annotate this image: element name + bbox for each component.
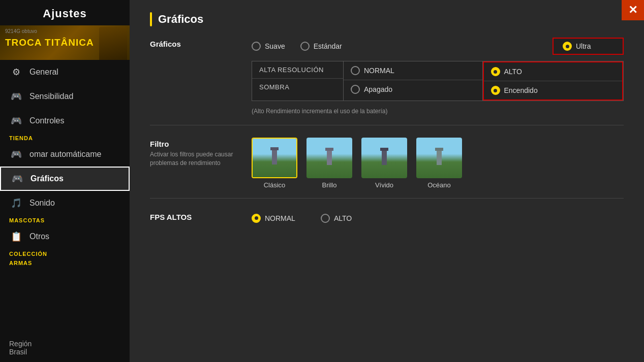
sidebar-item-general[interactable]: ⚙ General (0, 60, 130, 84)
controles-icon: 🎮 (9, 114, 23, 128)
filter-thumb-clasico (252, 138, 297, 178)
filter-item-clasico[interactable]: Clásico (252, 138, 297, 189)
fps-label: FPS ALTOS (150, 213, 252, 221)
fps-normal-option[interactable]: NORMAL (252, 214, 295, 223)
fps-alto-option[interactable]: ALTO (321, 214, 352, 223)
radio-circle-encendido[interactable] (491, 86, 500, 95)
tienda-section-label: TIENDA (0, 133, 130, 142)
sidebar-item-label: Controles (29, 116, 64, 125)
radio-ultra[interactable]: Ultra (563, 42, 614, 51)
graphics-quality-row: Gráficos Suave Estándar (150, 38, 624, 125)
sidebar-item-label: Otros (29, 232, 49, 241)
radio-label-ultra: Ultra (576, 42, 591, 50)
radio-label-alto: ALTO (504, 68, 522, 76)
fps-row: FPS ALTOS NORMAL ALTO (150, 211, 624, 232)
filter-label-brillo: Brillo (322, 181, 337, 189)
close-button[interactable]: ✕ (622, 0, 644, 20)
radio-circle-fps-normal (252, 214, 261, 223)
radio-label-fps-normal: NORMAL (265, 214, 295, 222)
tomar-icon: 🎮 (9, 147, 23, 161)
section-header: Gráficos (150, 12, 624, 26)
app-title: Ajustes (0, 0, 130, 25)
filter-item-oceano[interactable]: Océano (416, 138, 462, 189)
filter-options: Clásico Brillo (252, 138, 624, 189)
region-value: Brasil (9, 348, 32, 356)
radio-circle-suave (252, 42, 261, 51)
filter-label-oceano: Océano (427, 181, 451, 189)
sidebar-item-sonido[interactable]: 🎵 Sonido (0, 191, 130, 215)
encendido-option-row: Encendido (484, 81, 623, 100)
filter-sublabel: Activar los filtros puede causar problem… (150, 150, 252, 168)
radio-circle-fps-alto (321, 214, 330, 223)
section-title: Gráficos (158, 13, 203, 26)
filter-row: Filtro Activar los filtros puede causar … (150, 138, 624, 199)
radio-circle-normal[interactable] (351, 66, 360, 75)
sidebar-item-sensibilidad[interactable]: 🎮 Sensibilidad (0, 84, 130, 109)
graphics-label: Gráficos (150, 40, 252, 48)
radio-suave[interactable]: Suave (252, 42, 285, 51)
radio-label-apagado: Apagado (364, 85, 392, 93)
sidebar-item-tomar[interactable]: 🎮 omar automáticame (0, 142, 130, 167)
graphics-options: Suave Estándar Ultra (252, 38, 624, 116)
coleccion-section-label: COLECCIÓN (0, 249, 130, 258)
fps-radio-row: NORMAL ALTO (252, 211, 624, 223)
main-content: ✕ Gráficos Gráficos Suave Estándar (130, 0, 644, 362)
filter-bg-clasico (253, 139, 296, 177)
graficos-icon: 🎮 (10, 172, 24, 186)
otros-icon: 📋 (9, 229, 23, 244)
sombra-label: SOMBRA (252, 79, 343, 95)
filter-label: Filtro (150, 140, 252, 148)
sidebar-item-label: omar automáticame (29, 150, 101, 159)
section-bar (150, 12, 152, 26)
radio-label-estandar: Estándar (314, 42, 342, 50)
filter-item-brillo[interactable]: Brillo (306, 138, 352, 189)
banner-text: TROCA TITÂNICA (5, 38, 94, 48)
close-icon: ✕ (628, 4, 637, 17)
apagado-option-row: Apagado (344, 80, 482, 98)
radio-label-suave: Suave (265, 42, 285, 50)
filter-bg-vivido (361, 138, 407, 178)
radio-label-normal: NORMAL (364, 67, 394, 75)
radio-estandar[interactable]: Estándar (300, 42, 342, 51)
filter-bg-brillo (306, 138, 352, 178)
fps-options: NORMAL ALTO (252, 211, 624, 223)
filter-thumb-brillo (306, 138, 352, 178)
radio-circle-apagado[interactable] (351, 85, 360, 94)
sidebar-banner: 9214G obtuvo TROCA TITÂNICA (0, 25, 130, 60)
sidebar-item-otros[interactable]: 📋 Otros (0, 224, 130, 249)
alto-option-row: ALTO (484, 62, 623, 81)
filter-label-clasico: Clásico (264, 181, 286, 189)
alta-resolucion-label: ALTA RESOLUCIÓN (252, 61, 343, 79)
radio-circle-alto[interactable] (491, 67, 500, 76)
region-label: Región (9, 340, 32, 348)
sidebar-item-graficos[interactable]: 🎮 Gráficos (0, 167, 130, 191)
filter-item-vivido[interactable]: Vívido (361, 138, 407, 189)
banner-sub: 9214G obtuvo (5, 28, 37, 34)
radio-label-fps-alto: ALTO (334, 214, 352, 222)
banner-figure (99, 27, 127, 60)
filter-label-vivido: Vívido (375, 181, 393, 189)
sidebar-item-label: Sensibilidad (29, 92, 73, 101)
filter-thumb-oceano (416, 138, 462, 178)
armas-section-label: ARMAS (0, 258, 130, 267)
graphics-label-col: Gráficos (150, 38, 252, 48)
sidebar-item-label: General (29, 68, 58, 77)
sidebar-item-label: Gráficos (30, 174, 64, 183)
fps-label-col: FPS ALTOS (150, 211, 252, 221)
sidebar-item-label: Sonido (29, 199, 55, 208)
filter-label-col: Filtro Activar los filtros puede causar … (150, 138, 252, 168)
sensibilidad-icon: 🎮 (9, 89, 23, 104)
sidebar-item-controles[interactable]: 🎮 Controles (0, 109, 130, 133)
radio-circle-estandar (300, 42, 310, 51)
sidebar-footer: Región Brasil (9, 340, 32, 356)
normal-option-row: NORMAL (344, 61, 482, 80)
sidebar: Ajustes 9214G obtuvo TROCA TITÂNICA ⚙ Ge… (0, 0, 130, 362)
filter-bg-oceano (416, 138, 462, 178)
filter-thumbnails: Clásico Brillo (252, 138, 624, 189)
general-icon: ⚙ (9, 65, 23, 79)
quality-sublabel: (Alto Rendimiento incrementa el uso de l… (252, 107, 624, 116)
sonido-icon: 🎵 (9, 196, 23, 210)
mascotas-section-label: MASCOTAS (0, 215, 130, 224)
radio-circle-ultra (563, 42, 572, 51)
radio-label-encendido: Encendido (504, 86, 538, 94)
